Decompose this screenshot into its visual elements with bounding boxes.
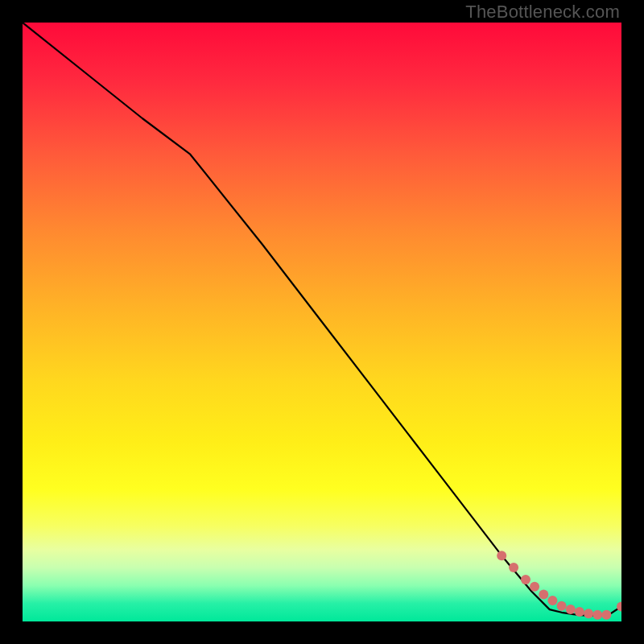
watermark-text: TheBottleneck.com [465,2,620,23]
plot-background [23,23,621,621]
chart-frame: TheBottleneck.com [0,0,644,644]
